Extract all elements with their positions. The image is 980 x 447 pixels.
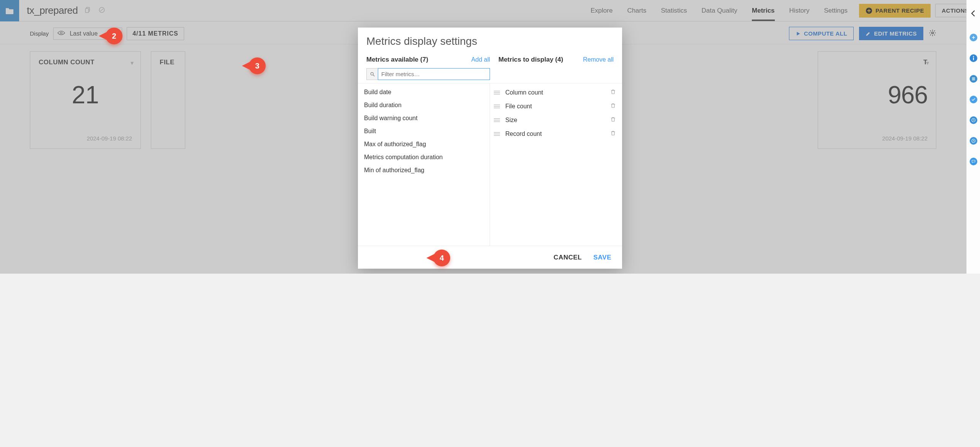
dialog-columns-header: Metrics available (7) Add all Metrics to… <box>358 50 622 83</box>
drag-handle-icon[interactable] <box>494 91 500 95</box>
dialog-footer: CANCEL SAVE <box>358 246 622 269</box>
trash-icon[interactable] <box>610 130 616 138</box>
filter-metrics-input[interactable] <box>378 68 490 80</box>
rail-clock-icon[interactable] <box>970 137 977 145</box>
drag-handle-icon[interactable] <box>494 132 500 136</box>
display-metric-item[interactable]: File count <box>490 100 622 113</box>
save-button[interactable]: SAVE <box>593 254 611 261</box>
rail-layers-icon[interactable] <box>970 75 977 83</box>
display-metric-label: Size <box>505 117 517 124</box>
metrics-display-settings-dialog: Metrics display settings Metrics availab… <box>358 28 622 269</box>
to-display-title: Metrics to display (4) <box>498 56 563 64</box>
drag-handle-icon[interactable] <box>494 118 500 122</box>
dialog-lists: Build dateBuild durationBuild warning co… <box>358 83 622 246</box>
available-metric-item[interactable]: Build date <box>358 86 490 99</box>
step-callout-2: 2 <box>106 28 122 44</box>
rail-history-icon[interactable] <box>970 116 977 124</box>
display-metric-label: Column count <box>505 89 543 96</box>
add-all-link[interactable]: Add all <box>471 56 490 63</box>
svg-rect-9 <box>972 78 975 79</box>
display-metrics-list: Column countFile countSizeRecord count <box>490 83 622 246</box>
display-metric-label: Record count <box>505 131 542 137</box>
available-metric-item[interactable]: Build warning count <box>358 112 490 125</box>
svg-point-13 <box>371 72 373 75</box>
display-metric-item[interactable]: Column count <box>490 86 622 100</box>
rail-chat-icon[interactable] <box>970 158 977 165</box>
app-root: tx_prepared Explore Charts Statistics Da… <box>0 0 980 274</box>
display-column-head: Metrics to display (4) Remove all <box>490 54 614 83</box>
search-icon <box>366 68 378 80</box>
rail-info-icon[interactable] <box>970 54 977 62</box>
collapse-rail-icon[interactable] <box>969 9 978 19</box>
available-column-head: Metrics available (7) Add all <box>366 54 490 83</box>
available-title: Metrics available (7) <box>366 56 428 64</box>
display-metric-label: File count <box>505 103 532 110</box>
available-metrics-list: Build dateBuild durationBuild warning co… <box>358 83 490 246</box>
right-rail <box>966 0 980 274</box>
step-callout-3: 3 <box>249 57 266 74</box>
dialog-title: Metrics display settings <box>358 28 622 50</box>
rail-add-icon[interactable] <box>970 34 977 41</box>
svg-rect-7 <box>973 57 973 60</box>
display-metric-item[interactable]: Record count <box>490 127 622 141</box>
drag-handle-icon[interactable] <box>494 104 500 108</box>
cancel-button[interactable]: CANCEL <box>554 254 582 261</box>
svg-rect-10 <box>972 80 975 80</box>
available-metric-item[interactable]: Min of authorized_flag <box>358 164 490 177</box>
svg-point-6 <box>973 56 974 57</box>
display-metric-item[interactable]: Size <box>490 113 622 127</box>
trash-icon[interactable] <box>610 116 616 124</box>
available-metric-item[interactable]: Metrics computation duration <box>358 151 490 164</box>
filter-row <box>366 68 490 80</box>
step-callout-4: 4 <box>433 250 450 266</box>
rail-check-icon[interactable] <box>970 96 977 103</box>
available-metric-item[interactable]: Build duration <box>358 99 490 112</box>
available-metric-item[interactable]: Built <box>358 125 490 138</box>
trash-icon[interactable] <box>610 89 616 96</box>
svg-rect-8 <box>972 78 975 78</box>
trash-icon[interactable] <box>610 103 616 110</box>
remove-all-link[interactable]: Remove all <box>583 56 614 63</box>
available-metric-item[interactable]: Max of authorized_flag <box>358 138 490 151</box>
